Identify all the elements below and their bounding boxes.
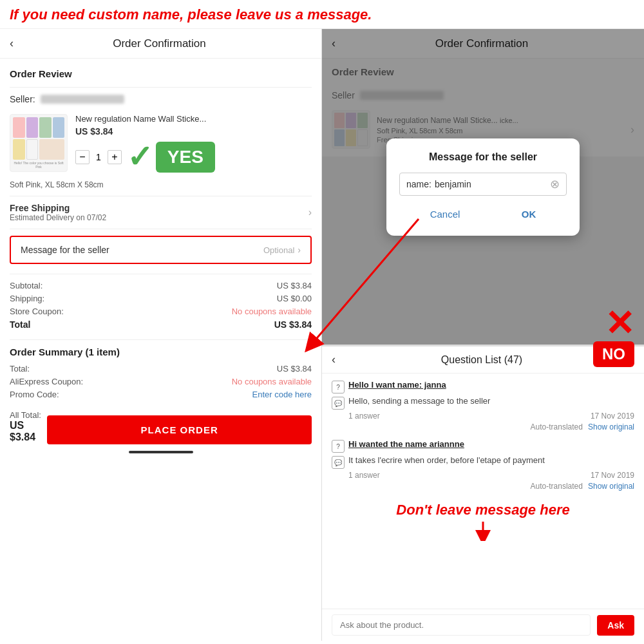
total-label: Total <box>10 319 30 330</box>
total-row: Total US $3.84 <box>10 319 312 330</box>
seller-row: Seller: <box>10 94 312 104</box>
x-mark: ✕ <box>587 306 634 341</box>
q1-question-icon: ? <box>332 381 345 393</box>
os-aex-label: AliExpress Coupon: <box>10 377 83 386</box>
q2-date: 17 Nov 2019 <box>591 471 634 480</box>
product-name: New regulation Name Wall Sticke... <box>75 114 312 124</box>
shipping-cost-value: US $0.00 <box>277 294 312 303</box>
question-item-2: ? Hi wanted the name ariannne 💬 It takes… <box>332 439 634 491</box>
q1-question-row: ? Hello I want name: janna <box>332 380 634 393</box>
os-total-row: Total: US $3.84 <box>10 364 312 374</box>
q2-meta: 1 answer 17 Nov 2019 <box>332 471 634 480</box>
right-top: ‹ Order Confirmation Order Review Seller <box>322 29 644 345</box>
price-table: Subtotal: US $3.84 Shipping: US $0.00 St… <box>10 281 312 330</box>
message-seller-box[interactable]: Message for the seller Optional › <box>10 236 312 264</box>
divider-3 <box>10 339 312 340</box>
product-price: US $3.84 <box>75 126 312 137</box>
place-order-button[interactable]: PLACE ORDER <box>47 415 312 444</box>
coupon-value[interactable]: No coupons available <box>232 307 312 316</box>
all-total-value: US $3.84 <box>10 420 47 443</box>
all-total-row: All Total: US $3.84 PLACE ORDER <box>10 409 312 444</box>
subtotal-label: Subtotal: <box>10 281 43 290</box>
q2-question-icon: ? <box>332 440 345 453</box>
q2-question-row: ? Hi wanted the name ariannne <box>332 439 634 453</box>
q1-meta: 1 answer 17 Nov 2019 <box>332 412 634 421</box>
message-seller-label: Message for the seller <box>21 245 109 255</box>
seller-label: Seller: <box>10 94 35 104</box>
img-cell-1 <box>13 117 25 138</box>
os-promo-value[interactable]: Enter code here <box>252 390 312 399</box>
bottom-bar <box>129 451 193 453</box>
message-optional-group: Optional › <box>263 245 301 255</box>
q2-answers-count: 1 answer <box>348 471 380 480</box>
q1-auto-translated: Auto-translated <box>531 422 583 431</box>
modal-clear-icon[interactable]: ⊗ <box>550 177 560 191</box>
message-chevron: › <box>298 245 301 255</box>
question-back-arrow[interactable]: ‹ <box>332 353 336 366</box>
order-summary-label: Order Summary (1 item) <box>10 346 312 357</box>
os-promo-label: Promo Code: <box>10 390 59 399</box>
order-summary-table: Total: US $3.84 AliExpress Coupon: No co… <box>10 364 312 399</box>
left-back-arrow[interactable]: ‹ <box>10 37 14 50</box>
product-details: New regulation Name Wall Sticke... US $3… <box>75 114 312 173</box>
qty-minus[interactable]: − <box>75 150 90 164</box>
os-total-label: Total: <box>10 364 30 374</box>
modal-buttons: Cancel OK <box>399 205 567 223</box>
q1-answer-text: Hello, sending a message to the seller <box>348 396 490 406</box>
img-cell-6 <box>26 139 39 160</box>
all-total-left: All Total: US $3.84 <box>10 410 47 443</box>
img-cell-5 <box>13 139 25 160</box>
modal-cancel-button[interactable]: Cancel <box>417 205 473 223</box>
shipping-title: Free Shipping <box>10 203 106 213</box>
total-value: US $3.84 <box>274 319 312 330</box>
product-variant: Soft Pink, XL 58cm X 58cm <box>10 180 312 189</box>
shipping-row[interactable]: Free Shipping Estimated Delivery on 07/0… <box>10 196 312 229</box>
os-aex-row: AliExpress Coupon: No coupons available <box>10 377 312 386</box>
down-arrow-svg <box>470 522 496 541</box>
right-panel: ‹ Order Confirmation Order Review Seller <box>322 29 644 641</box>
shipping-cost-label: Shipping: <box>10 294 44 303</box>
quantity-control: − 1 + <box>75 150 122 164</box>
ask-input-field[interactable] <box>332 614 591 636</box>
ask-button[interactable]: Ask <box>597 615 634 636</box>
no-badge: NO <box>593 341 634 367</box>
shipping-sub: Estimated Delivery on 07/02 <box>10 213 106 222</box>
modal-input-label: name: <box>406 179 431 189</box>
q1-show-original[interactable]: Show original <box>588 422 634 431</box>
q2-show-original[interactable]: Show original <box>588 482 634 491</box>
q2-answer-text: It takes l'ecrire when order, before l'e… <box>348 455 545 465</box>
divider-2 <box>10 274 312 274</box>
shipping-cost-row: Shipping: US $0.00 <box>10 294 312 303</box>
top-banner: If you need custom name, please leave us… <box>0 0 644 29</box>
os-aex-value[interactable]: No coupons available <box>232 377 312 386</box>
modal-input-field[interactable] <box>435 179 550 189</box>
dont-leave-section: Don't leave message here <box>332 498 634 541</box>
modal-overlay: Message for the seller name: ⊗ Cancel OK <box>322 29 644 345</box>
modal-box: Message for the seller name: ⊗ Cancel OK <box>386 138 580 236</box>
img-cell-2 <box>26 117 39 138</box>
product-image: Hello! The color you choose is Soft Pink <box>10 114 68 172</box>
yes-label: YES <box>156 142 215 173</box>
q1-translated: Auto-translated Show original <box>332 422 634 431</box>
img-cell-3 <box>39 117 52 138</box>
banner-text: If you need custom name, please leave us… <box>10 6 372 23</box>
question-list: ? Hello I want name: janna 💬 Hello, send… <box>322 374 644 609</box>
seller-name-blur <box>41 95 124 104</box>
q2-translated: Auto-translated Show original <box>332 482 634 491</box>
img-cell-7 <box>39 139 64 160</box>
modal-ok-button[interactable]: OK <box>509 205 549 223</box>
qty-plus[interactable]: + <box>108 150 122 164</box>
order-review-label: Order Review <box>10 68 312 79</box>
q1-answers-count: 1 answer <box>348 412 380 421</box>
coupon-label: Store Coupon: <box>10 307 64 316</box>
main-layout: ‹ Order Confirmation Order Review Seller… <box>0 29 644 641</box>
modal-title: Message for the seller <box>399 151 567 163</box>
modal-input-row[interactable]: name: ⊗ <box>399 173 567 196</box>
all-total-label: All Total: <box>10 410 47 420</box>
checkmark-green: ✓ <box>127 142 153 173</box>
img-cell-4 <box>53 117 65 138</box>
q2-question-text: Hi wanted the name ariannne <box>348 439 464 449</box>
right-bottom: ‹ Question List (47) ? Hello I want name… <box>322 345 644 641</box>
divider-1 <box>10 87 312 88</box>
yes-badge: ✓ YES <box>127 142 215 173</box>
